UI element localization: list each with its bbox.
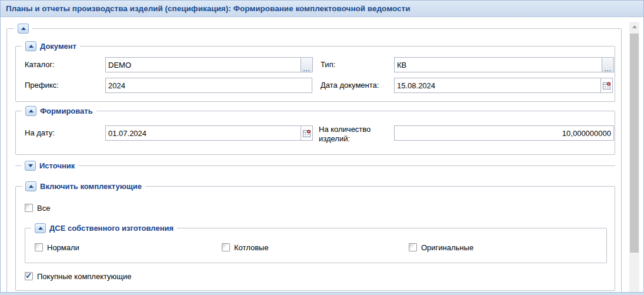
- purchased-checkbox-label: Покупные комплектующие: [37, 272, 132, 281]
- type-picker-button[interactable]: ...: [602, 57, 614, 72]
- document-fieldset: Документ Каталог: ... Тип: ... Префикс: …: [15, 46, 615, 102]
- chevron-up-icon: [29, 185, 34, 188]
- doc-date-picker-button[interactable]: [600, 78, 613, 93]
- collapse-toggle-document[interactable]: [25, 41, 36, 51]
- generate-fieldset: Формировать На дату: На количество издел…: [15, 111, 615, 155]
- own-manufacture-fieldset: ДСЕ собственного изготовления Нормали Ко…: [25, 228, 607, 263]
- on-date-picker-button[interactable]: [301, 125, 313, 141]
- kotlovye-checkbox[interactable]: [222, 243, 230, 251]
- type-input[interactable]: [394, 57, 602, 72]
- include-fieldset: Включить комплектующие Все ДСЕ собственн…: [15, 186, 615, 291]
- purchased-checkbox[interactable]: [25, 272, 33, 280]
- all-checkbox-label: Все: [37, 204, 50, 213]
- ellipsis-icon: ...: [303, 66, 310, 72]
- collapse-toggle-own-manufacture[interactable]: [35, 223, 46, 233]
- window-titlebar: Планы и отчеты производства изделий (спе…: [1, 1, 643, 17]
- generate-fieldset-title: Формировать: [40, 107, 93, 115]
- collapse-toggle-include[interactable]: [25, 181, 36, 191]
- scrollbar-up-button[interactable]: [629, 22, 639, 32]
- form-window: Планы и отчеты производства изделий (спе…: [0, 0, 644, 293]
- prefix-input[interactable]: [105, 78, 312, 93]
- window-title: Планы и отчеты производства изделий (спе…: [6, 4, 410, 13]
- originalnye-checkbox[interactable]: [409, 243, 417, 251]
- doc-date-label: Дата документа:: [321, 81, 379, 90]
- collapse-toggle-generate[interactable]: [25, 106, 36, 116]
- catalog-input[interactable]: [105, 57, 301, 72]
- document-fieldset-title: Документ: [40, 42, 76, 51]
- originalnye-checkbox-label: Оригинальные: [421, 243, 473, 253]
- catalog-label: Каталог:: [25, 60, 55, 69]
- chevron-up-icon: [29, 110, 34, 112]
- quantity-label: На количество изделий:: [319, 125, 389, 144]
- chevron-up-icon: [21, 27, 26, 30]
- ellipsis-icon: ...: [604, 66, 611, 72]
- calendar-icon: [303, 130, 311, 137]
- type-label: Тип:: [321, 60, 335, 69]
- expand-toggle-source[interactable]: [25, 161, 36, 171]
- all-checkbox[interactable]: [25, 204, 33, 212]
- kotlovye-checkbox-label: Котловые: [234, 243, 269, 253]
- prefix-label: Префикс:: [25, 81, 59, 90]
- scrollbar-thumb[interactable]: [630, 34, 639, 253]
- doc-date-input[interactable]: [394, 78, 601, 93]
- chevron-up-icon: [38, 227, 43, 230]
- collapse-toggle-outer[interactable]: [18, 24, 29, 34]
- on-date-input[interactable]: [105, 125, 301, 141]
- own-manufacture-fieldset-title: ДСЕ собственного изготовления: [49, 224, 173, 233]
- calendar-icon: [603, 82, 611, 90]
- source-fieldset: Источник: [15, 165, 615, 166]
- on-date-label: На дату:: [25, 128, 55, 138]
- normali-checkbox[interactable]: [35, 243, 43, 251]
- normali-checkbox-label: Нормали: [47, 243, 79, 253]
- quantity-input[interactable]: [394, 125, 614, 141]
- source-fieldset-title: Источник: [39, 161, 75, 170]
- chevron-down-icon: [28, 164, 33, 167]
- scroll-up-icon: [632, 25, 637, 28]
- vertical-scrollbar[interactable]: [629, 22, 639, 293]
- include-fieldset-title: Включить комплектующие: [40, 182, 142, 191]
- chevron-up-icon: [29, 45, 34, 48]
- catalog-picker-button[interactable]: ...: [301, 57, 313, 72]
